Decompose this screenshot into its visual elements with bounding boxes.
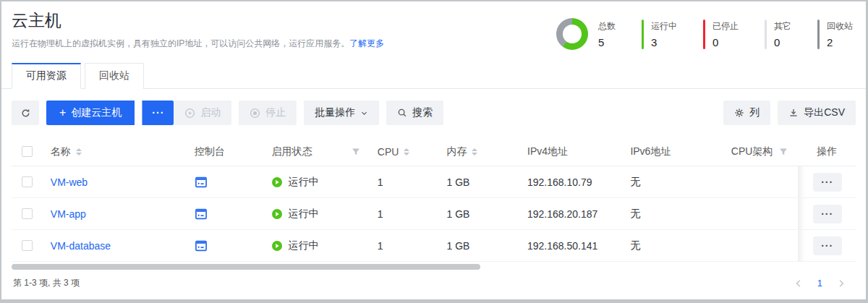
- ipv6-value: 无: [630, 208, 640, 221]
- stat-recycle: 回收站 2: [817, 20, 853, 49]
- more-dots-icon: ···: [152, 107, 164, 119]
- stat-other-bar: [765, 20, 767, 49]
- ipv4-value: 192.168.50.141: [527, 240, 597, 252]
- page-description: 运行在物理机上的虚拟机实例，具有独立的IP地址，可以访问公共网络，运行应用服务。…: [12, 38, 384, 50]
- row-checkbox[interactable]: [22, 240, 33, 251]
- stat-stopped-label: 已停止: [712, 20, 739, 33]
- col-header-cpu-arch: CPU架构: [731, 145, 773, 158]
- batch-actions-button[interactable]: 批量操作: [304, 101, 379, 125]
- toolbar: + 创建云主机 ··· 启动 停止 批量操作 搜索 列: [1, 101, 866, 125]
- cpu-value: 1: [378, 208, 383, 220]
- console-icon[interactable]: [195, 176, 208, 189]
- status-label: 运行中: [288, 176, 318, 189]
- play-circle-icon: [184, 108, 195, 119]
- sort-icon[interactable]: [472, 148, 477, 155]
- stats-panel: 总数 5 运行中 3 已停止 0: [556, 18, 856, 50]
- filter-icon[interactable]: [352, 148, 360, 156]
- stat-recycle-bar: [817, 20, 820, 49]
- stat-stopped-bar: [703, 20, 705, 49]
- filter-icon[interactable]: [779, 148, 788, 156]
- memory-value: 1 GB: [446, 208, 469, 220]
- col-header-name[interactable]: 名称: [51, 145, 71, 158]
- row-checkbox[interactable]: [22, 208, 33, 219]
- stop-vm-button[interactable]: 停止: [239, 101, 297, 125]
- sort-icon[interactable]: [404, 148, 409, 155]
- stat-running-bar: [642, 20, 644, 49]
- cpu-value: 1: [378, 176, 383, 188]
- stat-recycle-label: 回收站: [827, 20, 853, 33]
- create-more-actions-button[interactable]: ···: [142, 101, 174, 125]
- create-button-group: + 创建云主机 ···: [46, 101, 174, 125]
- page-header: 云主机 运行在物理机上的虚拟机实例，具有独立的IP地址，可以访问公共网络，运行应…: [1, 1, 866, 50]
- status-label: 运行中: [288, 208, 318, 221]
- running-status-icon: [271, 240, 283, 252]
- page-title: 云主机: [12, 11, 384, 31]
- horizontal-scrollbar: [12, 264, 856, 270]
- stat-total-label: 总数: [598, 20, 616, 33]
- start-vm-label: 启动: [200, 106, 221, 119]
- running-status-icon: [271, 208, 283, 220]
- vm-name-link[interactable]: VM-app: [51, 208, 86, 220]
- sort-icon[interactable]: [76, 148, 82, 155]
- col-header-ipv6: IPv6地址: [630, 145, 671, 158]
- stop-vm-label: 停止: [265, 106, 286, 119]
- cloud-host-page: 云主机 运行在物理机上的虚拟机实例，具有独立的IP地址，可以访问公共网络，运行应…: [0, 0, 868, 303]
- stat-total-value: 5: [598, 36, 616, 48]
- horizontal-scrollbar-thumb[interactable]: [12, 264, 480, 270]
- stat-total: 总数 5: [598, 20, 616, 49]
- table-row: VM-web 运行中 1 1 GB 192.168.10.79 无 ···: [12, 166, 856, 198]
- col-header-cpu[interactable]: CPU: [378, 146, 399, 158]
- pagination: 1: [794, 278, 854, 289]
- refresh-button[interactable]: [12, 101, 39, 125]
- stat-other: 其它 0: [765, 20, 791, 49]
- columns-config-label: 列: [749, 106, 760, 119]
- vm-name-link[interactable]: VM-web: [51, 176, 88, 188]
- console-icon[interactable]: [195, 208, 208, 221]
- page-number[interactable]: 1: [817, 278, 822, 289]
- col-header-console: 控制台: [195, 145, 225, 158]
- col-header-ipv4: IPv4地址: [527, 145, 568, 158]
- stat-running: 运行中 3: [642, 20, 677, 49]
- stat-recycle-value: 2: [827, 36, 853, 48]
- page-description-text: 运行在物理机上的虚拟机实例，具有独立的IP地址，可以访问公共网络，运行应用服务。: [12, 38, 349, 48]
- learn-more-link[interactable]: 了解更多: [349, 38, 384, 48]
- pagination-summary: 第 1-3 项, 共 3 项: [13, 277, 80, 289]
- columns-config-button[interactable]: 列: [723, 101, 770, 125]
- refresh-icon: [20, 108, 31, 119]
- search-button[interactable]: 搜索: [386, 101, 443, 125]
- vm-status-donut-chart: [556, 18, 588, 50]
- create-vm-label: 创建云主机: [71, 106, 122, 119]
- row-actions-button[interactable]: ···: [813, 173, 842, 192]
- cpu-value: 1: [378, 240, 383, 252]
- col-header-memory[interactable]: 内存: [446, 145, 467, 158]
- export-csv-button[interactable]: 导出CSV: [778, 101, 856, 125]
- create-vm-button[interactable]: + 创建云主机: [46, 101, 135, 125]
- console-icon[interactable]: [195, 239, 208, 252]
- stat-running-label: 运行中: [651, 20, 677, 33]
- tab-recycle-bin[interactable]: 回收站: [85, 63, 144, 89]
- select-all-checkbox[interactable]: [22, 146, 33, 157]
- stop-circle-icon: [250, 108, 260, 119]
- tab-available-resources[interactable]: 可用资源: [12, 63, 81, 89]
- row-actions-button[interactable]: ···: [813, 205, 842, 223]
- chevron-down-icon: [360, 109, 368, 117]
- batch-actions-label: 批量操作: [315, 106, 355, 119]
- ipv4-value: 192.168.10.79: [527, 176, 592, 188]
- table-row: VM-database 运行中 1 1 GB 192.168.50.141 无 …: [12, 230, 856, 262]
- start-vm-button[interactable]: 启动: [174, 101, 231, 125]
- vm-name-link[interactable]: VM-database: [51, 240, 111, 252]
- prev-page-button[interactable]: [794, 279, 803, 288]
- search-icon: [397, 108, 407, 118]
- row-checkbox[interactable]: [22, 176, 33, 187]
- table-header-row: 名称 控制台 启用状态 CPU 内存 IPv4地址 IPv6地址 CPU架构: [12, 137, 856, 166]
- stat-running-value: 3: [651, 36, 677, 48]
- download-icon: [788, 108, 799, 118]
- stat-other-label: 其它: [774, 20, 791, 33]
- search-label: 搜索: [412, 106, 433, 119]
- next-page-button[interactable]: [837, 279, 846, 288]
- col-header-actions: 操作: [817, 145, 837, 158]
- row-actions-button[interactable]: ···: [813, 236, 842, 255]
- col-header-status: 启用状态: [271, 145, 312, 158]
- vm-table: 名称 控制台 启用状态 CPU 内存 IPv4地址 IPv6地址 CPU架构: [1, 137, 866, 262]
- stat-stopped: 已停止 0: [703, 20, 739, 49]
